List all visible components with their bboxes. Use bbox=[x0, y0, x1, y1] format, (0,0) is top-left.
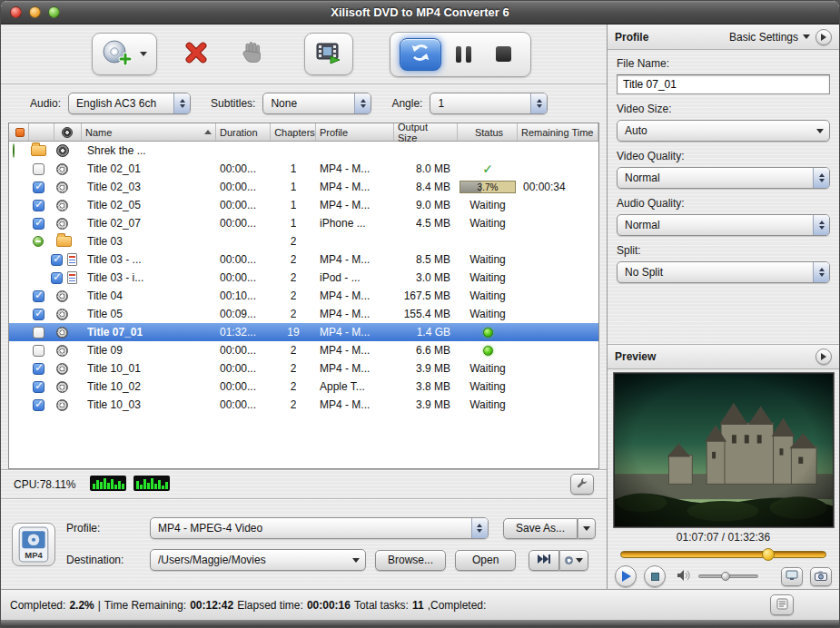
table-row[interactable]: Title 03 - ...00:00...2MP4 - M...8.5 MBW… bbox=[9, 250, 598, 269]
row-name: Title 03 - ... bbox=[87, 253, 142, 266]
convert-button[interactable] bbox=[400, 38, 441, 71]
file-name-input[interactable] bbox=[617, 74, 830, 94]
row-checkbox[interactable] bbox=[51, 272, 63, 284]
row-profile: MP4 - M... bbox=[320, 344, 370, 357]
add-video-file-button[interactable] bbox=[304, 33, 353, 75]
select-all-icon[interactable] bbox=[15, 128, 25, 137]
table-row[interactable]: Title 10_0200:00...2Apple T...3.8 MBWait… bbox=[9, 378, 598, 396]
table-row[interactable]: Title 02_0100:00...1MP4 - M...8.0 MB✓ bbox=[9, 160, 598, 178]
table-row[interactable]: Title 0400:10...2MP4 - M...167.5 MBWaiti… bbox=[9, 287, 598, 305]
settings-mode-select[interactable]: Basic Settings bbox=[729, 31, 810, 44]
snapshot-button[interactable] bbox=[810, 567, 832, 586]
seek-slider[interactable] bbox=[620, 551, 826, 558]
row-profile: MP4 - M... bbox=[320, 326, 370, 339]
table-row[interactable]: Title 02_0700:00...1iPhone ...4.5 MBWait… bbox=[9, 214, 598, 232]
table-row[interactable]: Shrek the ... bbox=[9, 142, 598, 160]
split-select[interactable]: No Split bbox=[617, 261, 830, 283]
row-checkbox[interactable] bbox=[33, 345, 44, 357]
zoom-button[interactable] bbox=[48, 6, 60, 18]
minimize-button[interactable] bbox=[29, 6, 41, 18]
collapse-icon[interactable] bbox=[13, 143, 15, 158]
row-checkbox[interactable] bbox=[33, 399, 44, 411]
column-profile[interactable]: Profile bbox=[316, 123, 394, 141]
row-size: 3.8 MB bbox=[416, 380, 450, 393]
row-checkbox[interactable] bbox=[33, 309, 44, 320]
row-size: 8.5 MB bbox=[416, 253, 450, 266]
audio-select[interactable]: English AC3 6ch bbox=[68, 93, 191, 114]
preview-expand-button[interactable] bbox=[815, 348, 832, 365]
column-output-size[interactable]: Output Size bbox=[394, 123, 458, 141]
row-duration: 00:00... bbox=[220, 162, 256, 175]
row-checkbox[interactable] bbox=[33, 182, 44, 193]
window-bottom-edge bbox=[1, 620, 839, 627]
delete-button[interactable] bbox=[179, 36, 213, 73]
table-row[interactable]: Title 0500:09...2MP4 - M...155.4 MBWaiti… bbox=[9, 305, 598, 323]
output-format-icon: MP4 bbox=[12, 523, 55, 566]
video-quality-value: Normal bbox=[625, 172, 807, 184]
export-to-device-button[interactable] bbox=[529, 550, 559, 571]
row-duration: 00:00... bbox=[220, 199, 256, 211]
volume-slider[interactable] bbox=[698, 574, 758, 578]
titlebar[interactable]: Xilisoft DVD to MP4 Converter 6 bbox=[1, 1, 839, 25]
column-duration[interactable]: Duration bbox=[216, 123, 271, 141]
file-name-label: File Name: bbox=[617, 57, 830, 70]
add-dropdown-arrow-icon[interactable] bbox=[140, 52, 147, 56]
stop-playback-button[interactable] bbox=[644, 565, 666, 587]
save-as-button[interactable]: Save As... bbox=[503, 518, 578, 539]
export-dropdown-button[interactable] bbox=[559, 550, 588, 571]
table-row[interactable]: Title 02_0300:00...1MP4 - M...8.4 MB3.7%… bbox=[9, 178, 598, 196]
row-checkbox[interactable] bbox=[33, 163, 44, 175]
close-button[interactable] bbox=[10, 6, 22, 18]
row-checkbox[interactable] bbox=[33, 363, 44, 375]
subtitles-select[interactable]: None bbox=[262, 93, 371, 114]
row-checkbox[interactable] bbox=[33, 327, 44, 339]
film-icon bbox=[314, 39, 343, 69]
audio-quality-select[interactable]: Normal bbox=[617, 214, 830, 236]
video-quality-select[interactable]: Normal bbox=[617, 167, 830, 189]
browse-button[interactable]: Browse... bbox=[375, 550, 446, 571]
output-profile-select[interactable]: MP4 - MPEG-4 Video bbox=[150, 517, 489, 539]
row-checkbox[interactable] bbox=[51, 254, 63, 266]
table-row[interactable]: Title 02_0500:00...1MP4 - M...9.0 MBWait… bbox=[9, 196, 598, 214]
column-remaining-time[interactable]: Remaining Time bbox=[518, 123, 598, 141]
hold-button[interactable] bbox=[235, 36, 270, 73]
volume-knob[interactable] bbox=[721, 572, 730, 581]
video-size-select[interactable]: Auto bbox=[617, 120, 830, 142]
column-name[interactable]: Name bbox=[85, 127, 112, 138]
stop-button[interactable] bbox=[485, 38, 521, 71]
row-status: Waiting bbox=[469, 380, 506, 393]
save-as-dropdown-button[interactable] bbox=[578, 518, 596, 539]
table-row[interactable]: Title 10_0300:00...2MP4 - M...3.9 MBWait… bbox=[9, 396, 598, 414]
output-profile-value: MP4 - MPEG-4 Video bbox=[158, 522, 466, 535]
row-checkbox[interactable] bbox=[33, 200, 44, 211]
status-separator: | bbox=[98, 599, 101, 612]
settings-button[interactable] bbox=[570, 474, 594, 495]
report-button[interactable] bbox=[770, 594, 794, 615]
play-button[interactable] bbox=[615, 565, 637, 587]
row-name: Title 02_05 bbox=[87, 199, 141, 211]
seek-knob[interactable] bbox=[762, 548, 775, 561]
table-header[interactable]: Name Duration Chapters Profile Output Si… bbox=[9, 123, 598, 142]
row-checkbox[interactable] bbox=[33, 218, 44, 230]
table-row[interactable]: Title 10_0100:00...2MP4 - M...3.9 MBWait… bbox=[9, 359, 598, 378]
column-chapters[interactable]: Chapters bbox=[271, 123, 316, 141]
row-checkbox[interactable] bbox=[33, 381, 44, 393]
video-preview[interactable] bbox=[614, 373, 834, 527]
column-status[interactable]: Status bbox=[458, 123, 518, 141]
row-checkbox[interactable] bbox=[33, 290, 44, 302]
table-row[interactable]: Title 0900:00...2MP4 - M...6.6 MB bbox=[9, 341, 598, 359]
profile-expand-button[interactable] bbox=[815, 29, 832, 45]
pause-button[interactable] bbox=[445, 38, 481, 71]
collapse-icon[interactable] bbox=[33, 236, 44, 247]
destination-select[interactable]: /Users/Maggie/Movies bbox=[150, 549, 366, 571]
add-dvd-button[interactable] bbox=[92, 33, 157, 75]
table-row[interactable]: Title 03 - i...00:00...2iPod - ...3.0 MB… bbox=[9, 269, 598, 287]
skip-to-end-icon bbox=[537, 554, 551, 567]
table-row[interactable]: Title 07_0101:32...19MP4 - M...1.4 GB bbox=[9, 323, 598, 341]
apply-to-device-button[interactable] bbox=[781, 567, 803, 586]
table-row[interactable]: Title 032 bbox=[9, 232, 598, 250]
angle-select[interactable]: 1 bbox=[430, 93, 548, 114]
cd-plus-icon bbox=[102, 39, 133, 69]
row-profile: MP4 - M... bbox=[320, 362, 370, 375]
open-button[interactable]: Open bbox=[455, 550, 516, 571]
